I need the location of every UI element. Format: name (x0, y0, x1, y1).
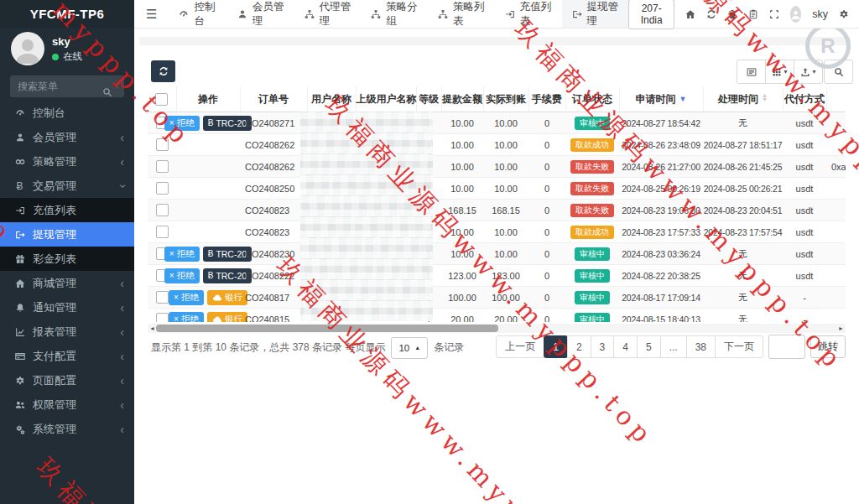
sidebar: YFCMF-TP6 sky 在线 控制台会员管理‹策略管理‹Ƀ交易管理‹充值列表… (0, 0, 134, 504)
sidebar-item-7[interactable]: 商城管理‹ (0, 271, 134, 295)
column-header-13[interactable] (826, 86, 846, 112)
select-all-header[interactable] (148, 86, 176, 112)
column-header-7[interactable]: 实际到账 (483, 86, 528, 112)
reject-button[interactable]: ×拒绝 (169, 290, 204, 305)
sidebar-item-2[interactable]: 策略管理‹ (0, 149, 134, 174)
column-header-6[interactable]: 提款金额 (441, 86, 483, 112)
nav-item-0[interactable]: 控制台 (169, 0, 226, 28)
scrollbar-thumb[interactable] (156, 325, 498, 332)
settings-icon[interactable] (839, 9, 849, 19)
reject-button[interactable]: ×拒绝 (169, 312, 204, 323)
page-button-38[interactable]: 38 (686, 335, 716, 358)
jump-page-input[interactable] (768, 335, 805, 359)
checkbox[interactable] (156, 226, 169, 238)
page-button-3[interactable]: 3 (591, 335, 615, 358)
column-header-4[interactable]: 上级用户名称 (356, 86, 416, 112)
nav-item-6[interactable]: 提现管理 (562, 0, 629, 28)
clipboard-icon[interactable] (748, 9, 758, 19)
sidebar-item-13[interactable]: 系统管理‹ (0, 417, 134, 441)
column-header-label: 等级 (419, 93, 439, 105)
horizontal-scrollbar[interactable]: ◄ ► (148, 324, 846, 333)
column-header-8[interactable]: 手续费 (528, 86, 565, 112)
sidebar-item-5[interactable]: 提现管理 (0, 222, 134, 247)
sidebar-toggle-icon[interactable]: ☰ (134, 0, 169, 28)
chevron-left-icon: ‹ (120, 423, 124, 435)
jump-button[interactable]: 跳转 (810, 335, 846, 358)
column-header-5[interactable]: 等级 (416, 86, 441, 112)
page-button-5[interactable]: 5 (637, 335, 661, 358)
column-header-3[interactable]: 用户名称 (307, 86, 356, 112)
reject-button[interactable]: ×拒绝 (164, 116, 200, 131)
chart-icon (13, 327, 27, 337)
columns-button[interactable]: ▾ (765, 60, 794, 84)
column-header-9[interactable]: 订单状态 (565, 86, 619, 112)
bank-button[interactable]: 银行 (207, 290, 247, 305)
checkbox[interactable] (156, 313, 169, 322)
sidebar-item-0[interactable]: 控制台 (0, 101, 134, 125)
withdraw-table: 操作订单号用户名称上级用户名称等级提款金额实际到账手续费订单状态申请时间▼处理时… (148, 86, 846, 322)
column-header-label: 处理时间 (718, 93, 758, 105)
pay-method-cell: usdt (783, 112, 826, 134)
sidebar-item-8[interactable]: 通知管理‹ (0, 295, 134, 320)
settings-icon (839, 9, 849, 19)
blurred-user-data (300, 112, 433, 132)
navbar-avatar[interactable] (790, 6, 801, 23)
fullscreen-icon[interactable] (769, 9, 779, 19)
status-cell: 取款失败 (565, 178, 619, 200)
column-header-11[interactable]: 处理时间▲▼ (703, 86, 783, 112)
pay-method-cell: usdt (783, 221, 826, 243)
page-button-2[interactable]: 2 (567, 335, 591, 358)
sidebar-item-9[interactable]: 报表管理‹ (0, 320, 134, 344)
home-icon[interactable] (685, 9, 695, 19)
sidebar-item-6[interactable]: 彩金列表 (0, 247, 134, 271)
checkbox[interactable] (156, 182, 169, 195)
checkbox[interactable] (156, 204, 169, 216)
address-cell (826, 287, 846, 309)
refresh-icon (159, 66, 169, 76)
page-button-1[interactable]: 1 (544, 335, 568, 358)
next-page-button[interactable]: 下一页 (715, 335, 763, 358)
nav-item-1[interactable]: 会员管理 (227, 0, 294, 28)
cloud-icon (212, 293, 222, 303)
page-size-dropdown[interactable]: 10 ▲ (391, 337, 428, 359)
process-time-cell: 2024-08-23 20:04:51 (703, 200, 783, 221)
sidebar-item-11[interactable]: 页面配置‹ (0, 368, 134, 392)
amount-cell: 10.00 (441, 221, 483, 243)
nav-item-5[interactable]: 充值列表 (495, 0, 562, 28)
column-header-12[interactable]: 代付方式 (783, 86, 826, 112)
region-select-button[interactable]: 207-India (628, 0, 674, 29)
sidebar-item-12[interactable]: 权限管理‹ (0, 392, 134, 417)
detail-view-button[interactable] (737, 60, 766, 84)
checkbox[interactable] (155, 93, 168, 106)
reject-button[interactable]: ×拒绝 (164, 247, 200, 262)
nav-item-2[interactable]: 代理管理 (294, 0, 362, 28)
status-cell: 取款失败 (565, 156, 619, 178)
page-button-4[interactable]: 4 (613, 335, 638, 358)
sidebar-item-1[interactable]: 会员管理‹ (0, 125, 134, 149)
actual-cell: 123.00 (483, 265, 528, 287)
scroll-left-icon[interactable]: ◄ (149, 324, 155, 333)
checkbox[interactable] (156, 160, 169, 173)
sidebar-item-3[interactable]: Ƀ交易管理‹ (0, 174, 134, 198)
column-header-1[interactable]: 操作 (176, 86, 240, 112)
apply-time-cell: 2024-08-26 21:27:00 (619, 156, 703, 178)
table-refresh-button[interactable] (151, 60, 175, 82)
refresh-icon[interactable] (706, 9, 716, 19)
column-header-2[interactable]: 订单号 (240, 86, 307, 112)
sidebar-item-4[interactable]: 充值列表 (0, 198, 134, 222)
prev-page-button[interactable]: 上一页 (496, 335, 544, 358)
nav-item-3[interactable]: 策略分组 (361, 0, 428, 28)
checkbox[interactable] (156, 138, 169, 151)
column-header-10[interactable]: 申请时间▼ (619, 86, 703, 112)
nav-item-label: 代理管理 (320, 0, 351, 29)
scroll-right-icon[interactable]: ► (838, 324, 844, 333)
nav-item-4[interactable]: 策略列表 (428, 0, 495, 28)
sidebar-item-10[interactable]: 支付配置‹ (0, 344, 134, 368)
blurred-user-data (300, 237, 433, 258)
checkbox[interactable] (156, 291, 169, 304)
process-time-cell: 无 (703, 309, 783, 323)
bank-button[interactable]: 银行 (207, 312, 247, 323)
trash-icon[interactable] (727, 9, 737, 19)
page-ellipsis-button[interactable]: ... (660, 335, 687, 358)
reject-button[interactable]: ×拒绝 (164, 268, 200, 283)
